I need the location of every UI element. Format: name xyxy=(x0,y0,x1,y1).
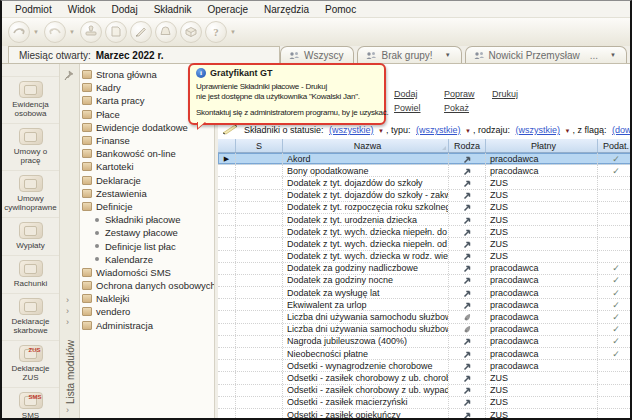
menu-item[interactable]: Podmiot xyxy=(8,2,59,17)
stamp-button[interactable] xyxy=(80,21,102,43)
filter-link[interactable]: (wszystkie) xyxy=(416,125,461,135)
help-button[interactable]: ? xyxy=(205,21,227,43)
tree-item[interactable]: Kalendarze xyxy=(82,253,214,266)
row-selector-cell[interactable]: ▶ xyxy=(218,360,236,371)
module-item[interactable]: Deklaracje skarbowe xyxy=(2,293,59,340)
row-selector-cell[interactable]: ▶ xyxy=(218,153,236,164)
column-header-podat[interactable]: Podat. xyxy=(598,139,632,152)
employee-group-tab[interactable]: Brak grupy! ▼ xyxy=(357,46,461,63)
sign-button[interactable] xyxy=(130,21,152,43)
tree-item[interactable]: Definicje xyxy=(82,200,214,213)
row-selector-cell[interactable]: ▶ xyxy=(218,202,236,213)
menu-item[interactable]: Składnik xyxy=(147,2,199,17)
tree-item[interactable]: Naklejki xyxy=(82,292,214,305)
forward-button[interactable] xyxy=(44,21,66,43)
tree-item[interactable]: Wiadomości SMS xyxy=(82,266,214,279)
row-selector-cell[interactable]: ▶ xyxy=(218,275,236,286)
forward-dropdown-caret[interactable]: ▼ xyxy=(69,29,75,35)
expand-chevron[interactable]: › xyxy=(66,318,69,327)
row-selector-cell[interactable]: ▶ xyxy=(218,226,236,237)
action-link[interactable]: Powiel xyxy=(394,103,444,113)
menu-item[interactable]: Narzędzia xyxy=(257,2,316,17)
module-item[interactable]: Ewidencja osobowa xyxy=(2,76,59,123)
pin-icon[interactable] xyxy=(64,70,75,83)
row-selector-cell[interactable]: ▶ xyxy=(218,263,236,274)
row-selector-cell[interactable]: ▶ xyxy=(218,251,236,262)
table-row[interactable]: ▶ Dodatek z tyt. wych. dziecka niepełn. … xyxy=(218,238,632,250)
table-row[interactable]: ▶ Liczba dni używania samochodu służbowe… xyxy=(218,324,632,336)
row-selector-cell[interactable]: ▶ xyxy=(218,348,236,359)
module-item[interactable]: Umowy cywilnoprawne xyxy=(2,170,59,217)
expand-chevron[interactable]: › xyxy=(66,296,69,305)
menu-item[interactable]: Widok xyxy=(61,2,103,17)
module-item[interactable]: Umowy o pracę xyxy=(2,123,59,170)
back-button[interactable] xyxy=(8,21,30,43)
tree-item[interactable]: Bankowość on-line xyxy=(82,147,214,160)
table-row[interactable]: ▶ Dodatek z tyt. rozpoczęcia roku szkoln… xyxy=(218,202,632,214)
column-header-nazwa[interactable]: Nazwa xyxy=(283,139,449,152)
table-row[interactable]: ▶ Odsetki - zasiłek macierzyński ZUS ✓ xyxy=(218,397,632,409)
menu-item[interactable]: Pomoc xyxy=(318,2,363,17)
employee-group-tab[interactable]: Nowicki Przemysław ... ▼ xyxy=(465,46,627,63)
document-button[interactable] xyxy=(105,21,127,43)
table-row[interactable]: ▶ Dodatek za wysługę lat pracodawca ✓ xyxy=(218,287,632,299)
help-dropdown-caret[interactable]: ▼ xyxy=(230,29,236,35)
filter-link[interactable]: (wszystkie) xyxy=(329,125,374,135)
row-selector-cell[interactable]: ▶ xyxy=(218,409,236,420)
tree-item[interactable]: Zestawy płacowe xyxy=(82,226,214,239)
row-selector-cell[interactable]: ▶ xyxy=(218,165,236,176)
row-selector-cell[interactable]: ▶ xyxy=(218,299,236,310)
row-selector-cell[interactable]: ▶ xyxy=(218,385,236,396)
row-selector-cell[interactable]: ▶ xyxy=(218,397,236,408)
table-row[interactable]: ▶ Nieobecności płatne pracodawca ✓ xyxy=(218,348,632,360)
table-row[interactable]: ▶ Ekwiwalent za urlop pracodawca ✓ xyxy=(218,299,632,311)
row-selector-cell[interactable]: ▶ xyxy=(218,190,236,201)
module-list-strip-label[interactable]: Lista modułów xyxy=(60,332,80,404)
action-link[interactable]: Drukuj xyxy=(492,89,540,99)
tab-dropdown-caret[interactable]: ▼ xyxy=(445,52,451,58)
table-row[interactable]: ▶ Odsetki - wynagrodzenie chorobowe prac… xyxy=(218,360,632,372)
tree-item[interactable]: Deklaracje xyxy=(82,174,214,187)
row-selector-cell[interactable]: ▶ xyxy=(218,372,236,383)
table-row[interactable]: ▶ Bony opodatkowane pracodawca ✓ xyxy=(218,165,632,177)
tree-item[interactable]: Administracja xyxy=(82,319,214,332)
bell-button[interactable] xyxy=(155,21,177,43)
action-link[interactable]: Pokaż xyxy=(444,103,492,113)
row-selector-cell[interactable]: ▶ xyxy=(218,214,236,225)
row-selector-cell[interactable]: ▶ xyxy=(218,311,236,322)
row-selector-cell[interactable]: ▶ xyxy=(218,177,236,188)
table-row[interactable]: ▶ Nagroda jubileuszowa (400%) pracodawca… xyxy=(218,336,632,348)
table-row[interactable]: ▶ Odsetki - zasiłek chorobowy z ub. chor… xyxy=(218,372,632,384)
table-row[interactable]: ▶ Dodatek za godziny nocne pracodawca ✓ xyxy=(218,275,632,287)
module-item[interactable]: Rachunki xyxy=(2,255,59,293)
row-selector-cell[interactable]: ▶ xyxy=(218,287,236,298)
tree-item[interactable]: vendero xyxy=(82,305,214,318)
table-row[interactable]: ▶ Akord pracodawca ✓ xyxy=(218,153,632,165)
tree-item[interactable]: Kartoteki xyxy=(82,160,214,173)
table-row[interactable]: ▶ Dodatek z tyt. wych. dziecka w rodz. w… xyxy=(218,251,632,263)
package-button[interactable] xyxy=(180,21,202,43)
tree-item[interactable]: Ochrona danych osobowych xyxy=(82,279,214,292)
tree-item[interactable]: Definicje list płac xyxy=(82,239,214,252)
action-link[interactable]: Dodaj xyxy=(394,89,444,99)
filter-link[interactable]: (dowolna) xyxy=(612,125,632,135)
row-selector-cell[interactable]: ▶ xyxy=(218,324,236,335)
filter-dropdown-caret[interactable]: ▼ xyxy=(378,128,384,134)
tree-item[interactable]: Zestawienia xyxy=(82,187,214,200)
tab-ellipsis-button[interactable]: ... xyxy=(590,50,598,61)
row-selector-cell[interactable]: ▶ xyxy=(218,336,236,347)
tab-dropdown-caret[interactable]: ▼ xyxy=(610,52,616,58)
tree-item[interactable]: Składniki płacowe xyxy=(82,213,214,226)
module-item[interactable]: Wypłaty xyxy=(2,217,59,255)
filter-dropdown-caret[interactable]: ▼ xyxy=(465,128,471,134)
table-row[interactable]: ▶ Dodatek z tyt. urodzenia dziecka ZUS ✓ xyxy=(218,214,632,226)
column-header-s[interactable]: S xyxy=(236,139,283,152)
module-item[interactable]: ZUS Deklaracje ZUS xyxy=(2,340,59,387)
table-row[interactable]: ▶ Dodatek za godziny nadliczbowe pracoda… xyxy=(218,263,632,275)
table-row[interactable]: ▶ Odsetki - zasiłek chorobowy z ub. wypa… xyxy=(218,385,632,397)
table-row[interactable]: ▶ Dodatek z tyt. wych. dziecka niepełn. … xyxy=(218,226,632,238)
expand-chevron[interactable]: › xyxy=(66,307,69,316)
table-row[interactable]: ▶ Dodatek z tyt. dojazdów do szkoły ZUS … xyxy=(218,177,632,189)
menu-item[interactable]: Dodaj xyxy=(104,2,144,17)
menu-item[interactable]: Operacje xyxy=(200,2,255,17)
